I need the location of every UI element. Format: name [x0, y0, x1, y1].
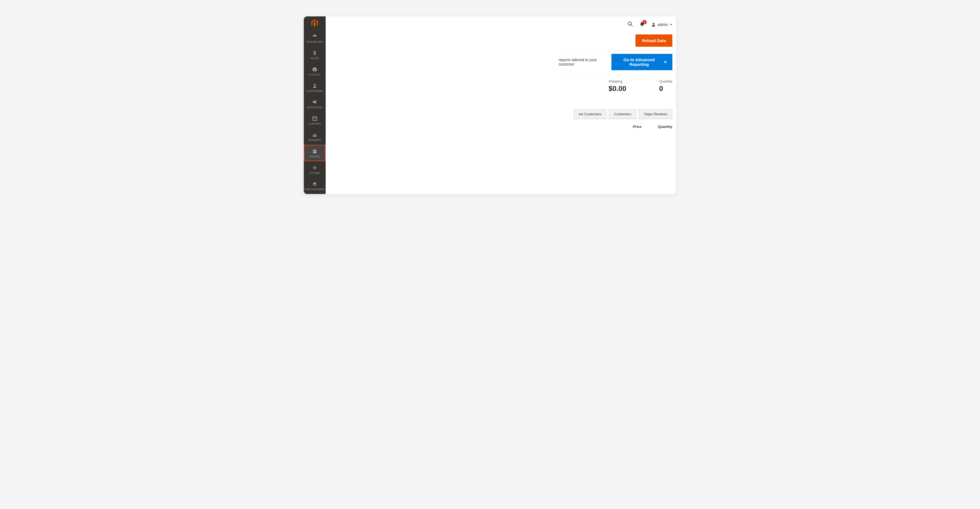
sidebar-item-label: FIND PARTNERS — [304, 188, 325, 191]
person-icon — [312, 83, 318, 89]
topbar: 1 admin — [628, 19, 672, 30]
svg-rect-2 — [313, 117, 317, 121]
sidebar-item-dashboard[interactable]: DASHBOARD — [304, 30, 326, 46]
notifications-button[interactable]: 1 — [640, 22, 644, 28]
sidebar-item-content[interactable]: CONTENT — [304, 112, 326, 128]
reload-data-button[interactable]: Reload Data — [635, 35, 672, 47]
partners-icon — [312, 181, 318, 187]
sidebar-item-reports[interactable]: REPORTS — [304, 128, 326, 145]
sidebar-item-stores[interactable]: STORES — [304, 145, 326, 161]
table-col-quantity: Quantity — [658, 125, 672, 129]
sidebar-item-catalog[interactable]: CATALOG — [304, 63, 326, 79]
svg-line-8 — [631, 25, 632, 26]
stat-value: 0 — [659, 84, 672, 93]
adv-reporting-text: reports tailored to your customer — [558, 58, 606, 67]
sidebar-item-label: STORES — [310, 155, 320, 158]
sidebar-item-partners[interactable]: FIND PARTNERS — [304, 178, 326, 194]
main-content: 1 admin Reload Data reports tailored to … — [326, 16, 676, 194]
table-col-price: Price — [633, 125, 641, 129]
svg-point-9 — [653, 23, 654, 25]
stat-label: Shipping — [609, 79, 627, 83]
dollar-icon: $ — [312, 50, 318, 56]
admin-sidebar: DASHBOARD$SALESCATALOGCUSTOMERSMARKETING… — [304, 16, 326, 194]
stat-quantity: Quantity0 — [659, 79, 672, 93]
svg-rect-5 — [314, 133, 315, 137]
chevron-down-icon — [670, 23, 672, 26]
layout-icon — [312, 116, 318, 122]
tab-customers[interactable]: Customers — [609, 109, 636, 119]
svg-rect-6 — [315, 135, 317, 137]
sidebar-item-label: SALES — [310, 57, 319, 60]
advanced-reporting-button[interactable]: Go to Advanced Reporting — [611, 54, 672, 70]
sidebar-item-label: DASHBOARD — [307, 40, 323, 43]
tab-ew-customers[interactable]: ew Customers — [574, 109, 607, 119]
sidebar-item-system[interactable]: SYSTEM — [304, 161, 326, 178]
box-icon — [312, 67, 318, 72]
svg-rect-4 — [313, 135, 313, 137]
sidebar-item-label: MARKETING — [307, 106, 322, 109]
stat-value: $0.00 — [609, 84, 627, 93]
sidebar-item-marketing[interactable]: MARKETING — [304, 96, 326, 112]
sidebar-item-label: CATALOG — [309, 73, 321, 76]
megaphone-icon — [312, 99, 318, 105]
tabs-row: ew CustomersCustomersYotpo Reviews — [571, 109, 672, 119]
user-label: admin — [658, 22, 668, 27]
bars-icon — [312, 132, 318, 138]
svg-point-1 — [314, 84, 315, 86]
tab-yotpo-reviews[interactable]: Yotpo Reviews — [638, 109, 672, 119]
svg-text:$: $ — [313, 50, 316, 56]
external-link-icon — [663, 60, 667, 64]
stat-label: Quantity — [659, 79, 672, 83]
stats-row: Shipping$0.00Quantity0 — [609, 79, 673, 93]
sidebar-item-label: REPORTS — [309, 139, 321, 141]
store-icon — [312, 148, 318, 154]
sidebar-item-label: SYSTEM — [310, 171, 320, 174]
advanced-reporting-bar: reports tailored to your customer Go to … — [558, 50, 672, 74]
search-icon[interactable] — [628, 21, 633, 28]
sidebar-item-label: CONTENT — [309, 122, 321, 125]
sidebar-item-sales[interactable]: $SALES — [304, 46, 326, 63]
svg-point-7 — [628, 22, 632, 25]
stat-shipping: Shipping$0.00 — [609, 79, 627, 93]
table-header: PriceQuantity — [633, 125, 672, 129]
notification-badge: 1 — [642, 20, 647, 24]
dashboard-icon — [312, 33, 318, 40]
admin-window: DASHBOARD$SALESCATALOGCUSTOMERSMARKETING… — [304, 16, 676, 194]
sidebar-item-customers[interactable]: CUSTOMERS — [304, 79, 326, 96]
gear-icon — [312, 165, 318, 171]
sidebar-item-label: CUSTOMERS — [307, 90, 323, 92]
magento-logo[interactable] — [304, 16, 326, 30]
user-menu[interactable]: admin — [651, 22, 672, 27]
